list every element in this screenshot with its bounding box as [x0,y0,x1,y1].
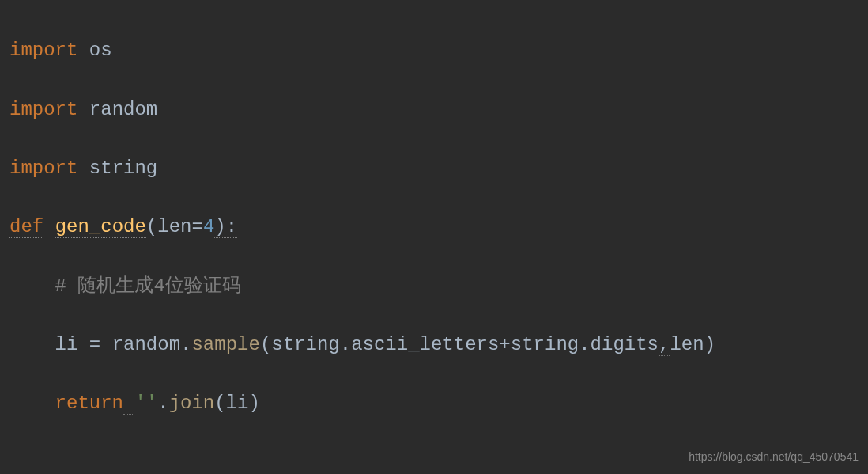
variable: li [55,334,78,355]
module: string [511,334,579,355]
function-name: gen_code [55,216,146,238]
method: sample [191,334,259,355]
code-line-2: import random [9,95,859,124]
attribute: ascii_letters [351,334,499,355]
method: join [169,392,215,414]
keyword-import: import [9,157,77,179]
equals: = [191,216,202,237]
watermark: https://blog.csdn.net/qq_45070541 [689,449,859,466]
code-line-5: # 随机生成4位验证码 [9,271,859,301]
keyword-import: import [9,40,77,61]
code-line-4: def gen_code(len=4): [9,212,859,241]
comment: # 随机生成4位验证码 [55,275,241,297]
code-line-3: import string [9,154,859,183]
code-line-1: import os [9,36,859,65]
module-name: os [89,40,112,61]
keyword-def: def [9,216,43,238]
keyword-return: return [55,392,123,414]
keyword-import: import [9,99,77,120]
paren: ): [214,216,237,238]
module: random [112,334,180,355]
attribute: digits [591,334,659,355]
code-line-7: return ''.join(li) [9,389,859,418]
number: 4 [203,216,214,237]
module: string [271,334,339,355]
module-name: random [89,99,157,120]
argument: li [226,392,249,414]
string: '' [134,392,157,414]
module-name: string [89,157,157,179]
code-line-6: li = random.sample(string.ascii_letters+… [9,330,859,359]
param: len [157,216,191,237]
paren: ( [146,216,157,237]
code-editor[interactable]: import os import random import string de… [9,6,859,474]
argument: len [670,334,704,355]
